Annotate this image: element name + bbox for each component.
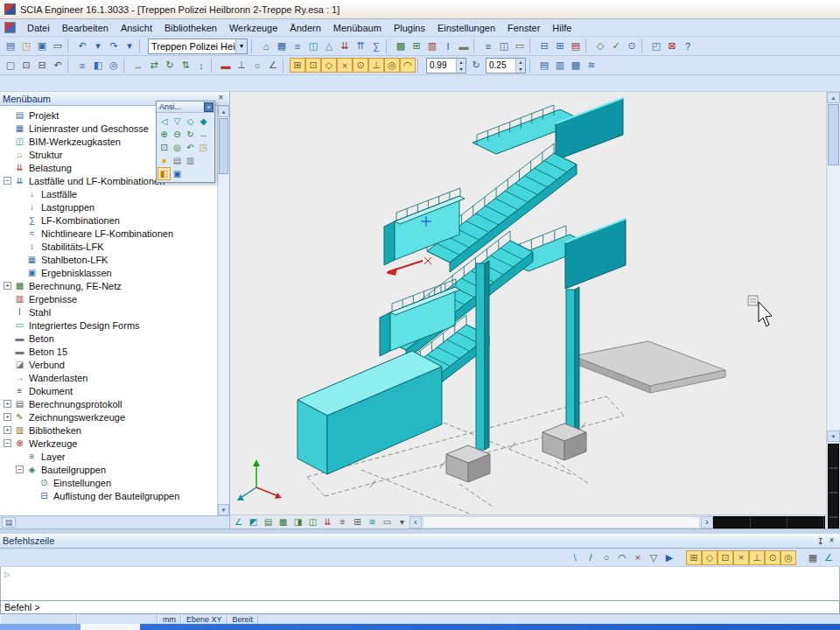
- zoom-window-icon[interactable]: ⊡: [158, 141, 171, 154]
- tree-item-layer[interactable]: ≡Layer: [0, 450, 217, 463]
- close-icon[interactable]: ×: [826, 536, 837, 547]
- arc-mode-icon[interactable]: ◠: [614, 550, 630, 565]
- scroll-left-icon[interactable]: ‹: [410, 516, 422, 528]
- refresh-icon[interactable]: ↻: [468, 58, 484, 73]
- snap-grid-2-icon[interactable]: ⊞: [686, 550, 702, 565]
- stepper-arrows-icon[interactable]: ▴▾: [515, 59, 525, 73]
- check-structure-icon[interactable]: ✓: [608, 38, 624, 53]
- tree-item-integriertes-design-forms[interactable]: ▭Integriertes Design Forms: [0, 318, 217, 332]
- scroll-down-icon[interactable]: ▼: [827, 430, 840, 442]
- snap-tangent-icon[interactable]: ◎: [384, 58, 400, 73]
- tree-item-lf-kombinationen[interactable]: ∑LF-Kombinationen: [0, 214, 217, 227]
- snap-midpoint-2-icon[interactable]: ◇: [702, 550, 718, 565]
- document-icon[interactable]: ≡: [480, 38, 496, 53]
- menu-ansicht[interactable]: Ansicht: [115, 21, 158, 35]
- line-tool-icon[interactable]: ▬: [218, 58, 234, 73]
- snap-arc-icon[interactable]: ◠: [400, 58, 416, 73]
- snap-center-icon[interactable]: ⊙: [353, 58, 368, 73]
- tree-scrollbar[interactable]: ▲ ▼: [217, 106, 229, 515]
- shading-mode-icon[interactable]: ◨: [290, 515, 305, 528]
- undo-history-icon[interactable]: ▾: [90, 38, 106, 53]
- activity-icon[interactable]: ◧: [90, 58, 106, 73]
- tree-item-stabilitats-lfk[interactable]: ↕Stabilitäts-LFK: [0, 240, 217, 253]
- steel-icon[interactable]: I: [440, 38, 456, 53]
- tree-item-dokument[interactable]: ≡Dokument: [0, 384, 217, 397]
- menu-andern[interactable]: Ändern: [284, 21, 326, 35]
- layers-icon[interactable]: ≡: [74, 58, 90, 73]
- project-selector[interactable]: Treppen Polizei Heil▾: [148, 38, 248, 54]
- circle-mode-icon[interactable]: ○: [598, 550, 614, 565]
- command-history[interactable]: ▷: [0, 567, 840, 600]
- snap-center-2-icon[interactable]: ⊙: [765, 550, 780, 565]
- tree-toggle-plus-icon[interactable]: +: [4, 413, 11, 421]
- transparency-mode-icon[interactable]: ◫: [305, 515, 320, 528]
- close-icon[interactable]: ×: [204, 102, 214, 112]
- tree-item-lastgruppen[interactable]: ↓Lastgruppen: [0, 200, 217, 214]
- marquee-select-icon[interactable]: ⊡: [18, 58, 34, 73]
- tree-item-stahl[interactable]: IStahl: [0, 305, 217, 318]
- help-icon[interactable]: ?: [680, 38, 696, 53]
- light-toggle-icon[interactable]: ●: [158, 154, 171, 167]
- document-icon[interactable]: [4, 22, 16, 33]
- view-front-icon[interactable]: ◁: [158, 115, 171, 128]
- tree-item-zeichnungswerkzeuge[interactable]: +✎Zeichnungswerkzeuge: [0, 410, 217, 424]
- close-all-windows-icon[interactable]: ⊠: [664, 38, 680, 53]
- scroll-up-icon[interactable]: ▲: [218, 106, 229, 117]
- tree-item-beton-15[interactable]: ▬Beton 15: [0, 345, 217, 358]
- view-side-icon[interactable]: ▽: [171, 115, 184, 128]
- print-picture-icon[interactable]: ▭: [380, 515, 395, 528]
- selection-mode-icon[interactable]: ▽: [646, 550, 662, 565]
- snap-midpoint-icon[interactable]: ◇: [321, 58, 337, 73]
- structure-icon[interactable]: △: [321, 38, 337, 53]
- redo-history-icon[interactable]: ▾: [122, 38, 137, 53]
- tree-item-auflistung-der-bauteilgruppen[interactable]: ⊟Auflistung der Bauteilgruppen: [0, 489, 217, 502]
- surface-mode-icon[interactable]: ▩: [276, 515, 290, 528]
- view-parameters-icon[interactable]: ◧: [158, 167, 171, 180]
- grid-step-stepper[interactable]: 0.25▴▾: [486, 58, 526, 74]
- rotate-icon[interactable]: ↻: [162, 58, 178, 73]
- printing-view-icon[interactable]: ▥: [184, 154, 197, 167]
- tree-item-werkzeuge[interactable]: −⊗Werkzeuge: [0, 437, 217, 450]
- view-menu-icon[interactable]: ▾: [395, 515, 410, 528]
- angle-tool-icon[interactable]: ∠: [265, 58, 281, 73]
- picture-gallery-icon[interactable]: ◫: [496, 38, 512, 53]
- rotate-view-icon[interactable]: ↻: [184, 128, 197, 141]
- tree-toggle-minus-icon[interactable]: −: [4, 177, 11, 185]
- snap-orthogonal-icon[interactable]: ⊥: [368, 58, 384, 73]
- new-window-icon[interactable]: ◰: [648, 38, 664, 53]
- ucs-mode-icon[interactable]: ∠: [821, 550, 836, 565]
- stepper-arrows-icon[interactable]: ▴▾: [456, 59, 466, 73]
- previous-view-icon[interactable]: ↶: [184, 141, 197, 154]
- snap-intersection-2-icon[interactable]: ×: [733, 550, 749, 565]
- staircase-model[interactable]: [230, 92, 826, 514]
- menu-datei[interactable]: Datei: [21, 21, 56, 35]
- pan-view-icon[interactable]: ↔: [197, 128, 210, 141]
- connect-members-icon[interactable]: ⊙: [624, 38, 640, 53]
- menu-bibliotheken[interactable]: Bibliotheken: [158, 21, 223, 35]
- table-results-icon[interactable]: ⊞: [552, 38, 568, 53]
- move-icon[interactable]: ↔: [130, 58, 146, 73]
- vertical-scrollbar[interactable]: ▲ ▼: [827, 92, 840, 442]
- line-mode-icon[interactable]: \: [567, 550, 583, 565]
- scale-stepper[interactable]: 0.99▴▾: [426, 58, 466, 74]
- pin-icon[interactable]: ↧: [817, 536, 824, 546]
- ansicht-toolbar-header[interactable]: Ansi... ×: [157, 102, 214, 113]
- clipping-box-icon[interactable]: ▤: [171, 154, 184, 167]
- snap-orthogonal-2-icon[interactable]: ⊥: [749, 550, 765, 565]
- menu-plugins[interactable]: Plugins: [388, 21, 431, 35]
- results-icon[interactable]: ▥: [424, 38, 440, 53]
- status-unit[interactable]: mm: [158, 614, 181, 624]
- hidden-line-display-icon[interactable]: ▥: [552, 58, 568, 73]
- tree-toggle-plus-icon[interactable]: +: [4, 282, 11, 290]
- table-input-icon[interactable]: ⊟: [536, 38, 552, 53]
- menu-einstellungen[interactable]: Einstellungen: [431, 21, 501, 35]
- tree-item-stahlbeton-lfk[interactable]: ▦Stahlbeton-LFK: [0, 253, 217, 266]
- menu-werkzeuge[interactable]: Werkzeuge: [223, 21, 284, 35]
- redo-icon[interactable]: ↷: [106, 38, 122, 53]
- scroll-thumb[interactable]: [219, 118, 228, 174]
- print-icon[interactable]: ▭: [50, 38, 66, 53]
- dot-grid-icon[interactable]: ▦: [805, 550, 821, 565]
- stored-views-icon[interactable]: ◳: [197, 141, 210, 154]
- tree-item-verbund[interactable]: ◪Verbund: [0, 358, 217, 371]
- mirror-icon[interactable]: ⇅: [178, 58, 193, 73]
